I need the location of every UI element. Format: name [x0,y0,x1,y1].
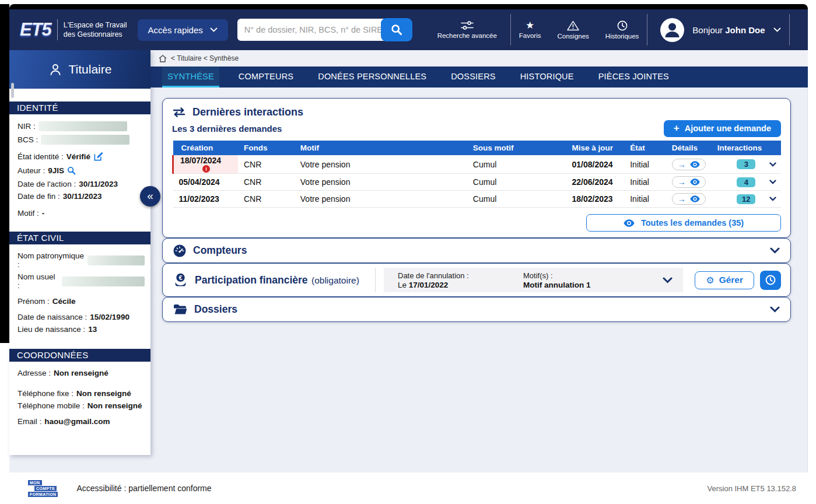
motif-value: - [42,209,45,218]
folder-icon [173,304,187,315]
col-fonds: Fonds [238,141,295,155]
breadcrumb-path[interactable]: < Titulaire < Synthèse [171,54,239,62]
fonds-cell: CNR [238,191,295,208]
user-menu[interactable]: Bonjour John Doe [660,18,780,42]
plus-icon: + [674,123,680,134]
magnifier-icon [67,166,76,175]
etat-cell: Initial [624,191,666,208]
header-divider [647,14,647,46]
expand-row-button[interactable] [769,197,776,201]
gerer-button[interactable]: ⚙ Gérer [695,271,754,289]
author-label: Auteur : [17,166,45,175]
tab-pieces-jointes[interactable]: PIÈCES JOINTES [593,66,674,88]
sliders-icon [460,20,474,30]
tab-bar: SYNTHÉSE COMPTEURS DONÉES PERSONNELLES D… [150,66,808,88]
expand-dossiers-button[interactable] [770,306,780,313]
details-button[interactable]: → [672,193,706,205]
tab-dossiers[interactable]: DOSSIERS [446,66,501,88]
motif-label: Motif : [17,209,39,218]
sidebar-collapse-button[interactable]: « [140,186,160,206]
expand-participation-button[interactable] [663,277,673,284]
alert-icon: ! [202,165,210,173]
end-date-value: 30/11/2023 [63,192,102,201]
expand-compteurs-button[interactable] [770,247,780,254]
birthdate-label: Date de naissance : [17,313,87,321]
cancellation-date-value: 17/01/2022 [409,281,449,289]
tab-synthese[interactable]: SYNTHÉSE [162,66,219,88]
home-icon[interactable] [159,55,167,62]
maj-cell: 22/06/2024 [566,174,625,191]
firstname-label: Prénom : [17,297,50,306]
eye-icon [690,161,700,168]
col-etat: État [624,141,666,155]
cancellation-date-prefix: Le [398,281,409,289]
hamburger-menu-button[interactable] [808,24,816,36]
birthplace-label: Lieu de naissance : [17,325,85,334]
window-frame-top [9,4,808,9]
expand-row-button[interactable] [769,162,776,167]
etat-cell: Initial [624,174,666,191]
cancellation-summary: Date de l'annulation : Le 17/01/2022 Mot… [384,268,683,292]
details-button[interactable]: → [672,159,706,170]
favoris-button[interactable]: ★ Favoris [519,20,541,40]
motifs-value: Motif annulation 1 [523,281,591,289]
expand-row-button[interactable] [769,180,776,184]
person-icon [48,62,62,76]
edit-identity-button[interactable] [93,152,103,162]
participation-title-suffix: (obligatoire) [311,275,359,285]
favoris-label: Favoris [519,32,541,39]
email-value: haou@gmail.com [44,417,110,426]
all-requests-button[interactable]: Toutes les demandes (35) [586,214,781,232]
history-button[interactable] [760,271,781,290]
tab-historique[interactable]: HISTORIQUE [515,66,579,88]
col-mise-a-jour: Mise à jour [566,141,625,155]
author-search-button[interactable] [67,166,76,175]
identity-status-label: État identité : [17,152,64,161]
clock-icon [617,20,628,31]
chevron-down-icon [769,162,776,167]
table-row: 18/07/2024 ! CNR Votre pension Cumul 01/… [173,155,782,174]
user-icon [660,18,684,42]
quick-access-button[interactable]: Accès rapides [138,19,228,41]
address-label: Adresse : [17,369,51,377]
tab-donnees-personnelles[interactable]: DONÉES PERSONNELLES [313,66,432,88]
search-button[interactable] [381,18,412,41]
identity-section-header: IDENTITÉ [9,102,150,114]
eye-icon [690,195,700,202]
chevron-down-icon [663,277,673,284]
add-request-button[interactable]: + Ajouter une demande [664,120,781,137]
historiques-button[interactable]: Historiques [605,20,639,40]
collapse-chevrons-icon: « [147,190,153,201]
sidebar-scrollbar[interactable] [11,83,14,98]
interactions-card: Dernières interactions Les 3 dernières d… [162,98,791,238]
search-icon [391,24,402,36]
dossiers-card: Dossiers [162,297,791,322]
quick-access-label: Accès rapides [148,25,203,35]
participation-title: Participation financière [195,274,308,286]
interactions-count-badge: 12 [737,194,755,204]
details-button[interactable]: → [672,176,706,188]
firstname-value: Cécile [52,297,76,306]
usual-name-label: Nom usuel : [17,272,59,290]
gear-icon: ⚙ [706,275,714,286]
compteurs-title: Compteurs [193,244,247,257]
contact-section-header: COORDONNÉES [9,349,150,362]
eye-icon [624,219,635,227]
search-input[interactable] [237,19,390,41]
header-divider [789,14,790,46]
logo-subtitle-line2: des Gestionnaires [64,30,122,38]
landline-value: Non renseigné [76,389,131,398]
participation-card: € Participation financière (obligatoire)… [162,263,791,297]
nir-label: NIR : [17,122,36,131]
advanced-search-button[interactable]: Recherche avancée [432,20,502,39]
header-divider [510,14,511,46]
tab-compteurs[interactable]: COMPTEURS [233,66,299,88]
mobile-label: Téléphone mobile : [17,401,85,410]
edit-pencil-icon [93,152,103,162]
clock-icon [765,275,776,285]
consignes-button[interactable]: Consignes [557,20,589,40]
gerer-label: Gérer [719,275,743,285]
all-requests-label: Toutes les demandes (35) [641,218,744,228]
dossiers-title: Dossiers [194,303,237,316]
etat-cell: Initial [624,155,666,174]
